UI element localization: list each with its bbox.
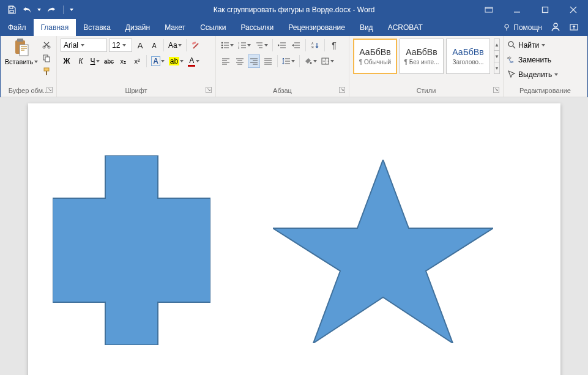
styles-scroll-down-icon[interactable]: ▼ bbox=[494, 51, 499, 62]
ribbon: Вставить Буфер обм...↘ Arial 12 A bbox=[1, 36, 587, 97]
save-icon[interactable] bbox=[6, 4, 18, 16]
find-label: Найти bbox=[518, 41, 539, 50]
paste-icon bbox=[12, 39, 31, 57]
style-heading1[interactable]: АаБбВв Заголово... bbox=[446, 39, 490, 74]
tab-acrobat[interactable]: ACROBAT bbox=[381, 19, 430, 36]
find-button[interactable]: Найти bbox=[507, 39, 545, 52]
style-heading1-sample: АаБбВв bbox=[452, 47, 483, 57]
font-dialog-launcher[interactable]: ↘ bbox=[206, 87, 212, 93]
superscript-button[interactable]: x² bbox=[131, 54, 143, 68]
svg-rect-7 bbox=[507, 28, 507, 31]
undo-dropdown-icon[interactable] bbox=[37, 9, 41, 11]
svg-rect-0 bbox=[10, 6, 13, 9]
maximize-icon[interactable] bbox=[531, 1, 559, 19]
svg-rect-19 bbox=[192, 42, 196, 45]
font-size-combo[interactable]: 12 bbox=[109, 39, 132, 52]
undo-icon[interactable] bbox=[21, 4, 34, 16]
redo-icon[interactable] bbox=[45, 4, 57, 16]
ribbon-options-icon[interactable] bbox=[475, 1, 503, 19]
align-right-icon[interactable] bbox=[248, 54, 260, 68]
decrease-font-icon[interactable]: A bbox=[148, 39, 160, 52]
minimize-icon[interactable] bbox=[503, 1, 531, 19]
clear-formatting-icon[interactable] bbox=[190, 39, 202, 52]
shape-cross[interactable] bbox=[53, 155, 210, 345]
format-painter-icon[interactable] bbox=[41, 67, 52, 76]
cut-icon[interactable] bbox=[41, 40, 52, 50]
style-no-spacing[interactable]: АаБбВв ¶ Без инте... bbox=[400, 39, 444, 74]
borders-button[interactable] bbox=[320, 54, 335, 68]
quick-access-toolbar bbox=[1, 4, 73, 16]
font-color-button[interactable]: A bbox=[187, 54, 201, 68]
underline-button[interactable]: Ч bbox=[89, 54, 101, 68]
tab-design[interactable]: Дизайн bbox=[118, 19, 157, 36]
align-left-icon[interactable] bbox=[220, 54, 232, 68]
share-icon[interactable] bbox=[569, 23, 579, 33]
account-icon[interactable] bbox=[551, 22, 560, 34]
replace-button[interactable]: abac Заменить bbox=[507, 53, 551, 67]
font-name-combo[interactable]: Arial bbox=[61, 39, 107, 52]
svg-rect-16 bbox=[45, 57, 50, 62]
group-paragraph-title: Абзац bbox=[273, 87, 292, 94]
qat-customize-icon[interactable] bbox=[70, 9, 73, 11]
bullets-button[interactable] bbox=[220, 39, 235, 52]
style-nospacing-name: ¶ Без инте... bbox=[400, 59, 443, 65]
tab-references[interactable]: Ссылки bbox=[193, 19, 233, 36]
paste-button[interactable]: Вставить bbox=[4, 39, 39, 65]
style-normal[interactable]: АаБбВв ¶ Обычный bbox=[353, 39, 397, 74]
paragraph-dialog-launcher[interactable]: ↘ bbox=[339, 87, 345, 93]
tab-view[interactable]: Вид bbox=[352, 19, 381, 36]
tab-file[interactable]: Файл bbox=[1, 19, 34, 36]
select-button[interactable]: Выделить bbox=[507, 68, 558, 81]
subscript-button[interactable]: x₂ bbox=[117, 54, 129, 68]
style-normal-name: ¶ Обычный bbox=[354, 59, 396, 65]
document-area[interactable] bbox=[0, 97, 588, 375]
group-font: Arial 12 A A Aa Ж К Ч abc x₂ x² A bbox=[57, 36, 216, 97]
bold-button[interactable]: Ж bbox=[61, 54, 73, 68]
svg-text:ab: ab bbox=[507, 56, 512, 59]
window-controls bbox=[475, 1, 587, 19]
replace-icon: abac bbox=[507, 55, 516, 65]
svg-point-20 bbox=[221, 42, 223, 44]
shape-star[interactable] bbox=[273, 160, 493, 343]
tab-layout[interactable]: Макет bbox=[157, 19, 193, 36]
strikethrough-button[interactable]: abc bbox=[103, 54, 115, 68]
tab-home[interactable]: Главная bbox=[34, 19, 76, 36]
svg-rect-1 bbox=[10, 10, 13, 13]
show-marks-icon[interactable]: ¶ bbox=[328, 39, 340, 52]
close-icon[interactable] bbox=[559, 1, 587, 19]
style-heading1-name: Заголово... bbox=[447, 59, 489, 65]
numbering-button[interactable]: 123 bbox=[237, 39, 252, 52]
svg-point-8 bbox=[554, 23, 557, 27]
multilevel-list-button[interactable] bbox=[254, 39, 269, 52]
tab-review[interactable]: Рецензирование bbox=[281, 19, 352, 36]
highlight-button[interactable]: ab bbox=[168, 54, 185, 68]
decrease-indent-icon[interactable] bbox=[276, 39, 288, 52]
shading-button[interactable] bbox=[303, 54, 318, 68]
tab-mailings[interactable]: Рассылки bbox=[233, 19, 281, 36]
paste-label: Вставить bbox=[5, 58, 34, 65]
styles-dialog-launcher[interactable]: ↘ bbox=[493, 87, 499, 93]
tab-insert[interactable]: Вставка bbox=[76, 19, 118, 36]
italic-button[interactable]: К bbox=[75, 54, 87, 68]
line-spacing-button[interactable] bbox=[281, 54, 296, 68]
style-nospacing-sample: АаБбВв bbox=[406, 47, 437, 57]
page[interactable] bbox=[28, 103, 560, 375]
tell-me[interactable]: Помощн bbox=[504, 23, 542, 32]
text-effects-button[interactable]: A bbox=[150, 54, 166, 68]
styles-expand-icon[interactable]: ▾ bbox=[494, 62, 499, 73]
styles-gallery-scroll[interactable]: ▲ ▼ ▾ bbox=[494, 39, 500, 74]
style-normal-sample: АаБбВв bbox=[359, 47, 390, 57]
copy-icon[interactable] bbox=[41, 53, 52, 63]
svg-text:3: 3 bbox=[238, 46, 240, 49]
align-center-icon[interactable] bbox=[234, 54, 246, 68]
clipboard-dialog-launcher[interactable]: ↘ bbox=[47, 87, 53, 93]
sort-icon[interactable]: AЯ bbox=[309, 39, 321, 52]
change-case-button[interactable]: Aa bbox=[167, 39, 183, 52]
justify-icon[interactable] bbox=[262, 54, 274, 68]
increase-indent-icon[interactable] bbox=[290, 39, 302, 52]
svg-point-30 bbox=[508, 42, 513, 46]
group-styles: АаБбВв ¶ Обычный АаБбВв ¶ Без инте... Аа… bbox=[349, 36, 504, 97]
increase-font-icon[interactable]: A bbox=[134, 39, 146, 52]
styles-scroll-up-icon[interactable]: ▲ bbox=[494, 39, 499, 51]
svg-point-28 bbox=[310, 62, 312, 64]
